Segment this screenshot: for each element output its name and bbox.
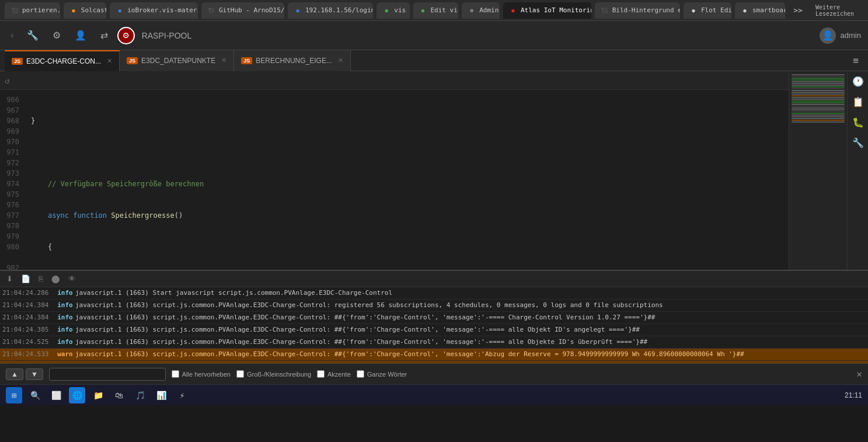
search-input[interactable] xyxy=(49,368,166,381)
line-numbers: 966 967 968 969 970 971 972 973 974 975 … xyxy=(0,90,26,270)
code-content[interactable]: } // Verfügbare Speichergröße berechnen … xyxy=(26,90,789,270)
log-time-2: 21:04:24.384 xyxy=(2,313,55,322)
tab-label-flot: Flot Edit xyxy=(701,6,731,14)
log-row-1: 21:04:24.384 info javascript.1 (1663) sc… xyxy=(0,300,868,312)
browser-tab-flot[interactable]: ● Flot Edit ✕ xyxy=(684,2,731,19)
bug-icon[interactable]: 🐛 xyxy=(852,117,864,128)
checkbox-ganze[interactable] xyxy=(357,370,364,378)
log-level-6: warn xyxy=(55,362,75,363)
taskbar-icons: ⊞ 🔍 ⬜ 🌐 📁 🛍 🎵 📊 ⚡ xyxy=(6,387,190,403)
editor-tab-close-e3dc-charge[interactable]: ✕ xyxy=(107,57,112,65)
tab-favicon-flot: ● xyxy=(689,6,698,15)
search-checkbox-ganze: Ganze Wörter xyxy=(357,370,407,378)
tab-favicon-portieren: ⬛ xyxy=(11,6,19,15)
console-scroll-down-icon[interactable]: ⬇ xyxy=(4,273,16,284)
taskbar-icon-edge[interactable]: 🌐 xyxy=(69,387,85,403)
log-msg-2: javascript.1 (1663) script.js.common.PVA… xyxy=(75,313,866,322)
editor-tabs-bar: JS E3DC-CHARGE-CON... ✕ JS E3DC_DATENPUN… xyxy=(0,50,868,71)
search-bar: ▲ ▼ Alle hervorheben Groß-/Kleinschreibu… xyxy=(0,363,868,384)
browser-tab-atlas[interactable]: ● Atlas IoT Monitoring S... ✕ xyxy=(503,2,591,19)
editor-tab-label-e3dc-daten: E3DC_DATENPUNKTE xyxy=(141,57,215,65)
editor-sidebar: 🕐 📋 🐛 🔧 xyxy=(847,71,868,270)
editor-tab-close-berechnung[interactable]: ✕ xyxy=(338,57,343,64)
console-debug-icon[interactable]: ⬤ xyxy=(48,273,63,284)
editor-tab-e3dc-daten[interactable]: JS E3DC_DATENPUNKTE ✕ xyxy=(120,50,234,71)
tab-favicon-solcast: ● xyxy=(69,6,78,15)
file-icon[interactable]: 📋 xyxy=(852,96,864,107)
console-hide-icon[interactable]: 👁 xyxy=(65,273,79,284)
log-time-4: 21:04:24.525 xyxy=(2,337,55,347)
nav-user-area: 👤 admin xyxy=(820,27,861,44)
nav-wrench-button[interactable]: 🔧 xyxy=(22,26,43,44)
log-time-5: 21:04:24.533 xyxy=(2,350,55,359)
search-arrows: ▲ ▼ xyxy=(6,368,43,380)
taskbar-icon-app1[interactable]: 📊 xyxy=(153,387,169,403)
refresh-icon[interactable]: ↺ xyxy=(5,76,9,85)
search-prev-button[interactable]: ▲ xyxy=(6,368,23,380)
editor-main: ↺ 966 967 968 969 970 971 972 973 974 97… xyxy=(0,71,868,270)
taskbar-icon-windows[interactable]: ⊞ xyxy=(6,387,22,403)
log-level-3: info xyxy=(55,325,75,335)
log-msg-5: javascript.1 (1663) script.js.common.PVA… xyxy=(75,350,866,359)
taskbar-icon-taskview[interactable]: ⬜ xyxy=(48,387,64,403)
log-row-2: 21:04:24.384 info javascript.1 (1663) sc… xyxy=(0,312,868,324)
taskbar-icon-music[interactable]: 🎵 xyxy=(132,387,148,403)
checkbox-alle[interactable] xyxy=(172,370,179,378)
checkbox-gross[interactable] xyxy=(236,370,244,378)
checkbox-akzente[interactable] xyxy=(317,370,325,378)
taskbar: ⊞ 🔍 ⬜ 🌐 📁 🛍 🎵 📊 ⚡ 21:11 xyxy=(0,384,868,405)
tab-label-smart: smartboart xyxy=(752,6,785,14)
taskbar-icon-search[interactable]: 🔍 xyxy=(27,387,43,403)
browser-tab-iobroker[interactable]: ◉ ioBroker.vis-materiald... ✕ xyxy=(110,2,198,19)
browser-tab-editvis[interactable]: ● Edit vis ✕ xyxy=(413,2,459,19)
console-toolbar: ⬇ 📄 ⎘ ⬤ 👁 xyxy=(0,271,868,287)
nav-avatar-icon: 👤 xyxy=(820,27,836,44)
nav-person-button[interactable]: 👤 xyxy=(70,26,91,44)
browser-tab-smart[interactable]: ● smartboart ✕ xyxy=(735,2,785,19)
editor-tab-close-e3dc-daten[interactable]: ✕ xyxy=(221,57,226,64)
browser-tab-vis[interactable]: ● vis ✕ xyxy=(377,2,409,19)
nav-settings-button[interactable]: ⚙ xyxy=(48,26,65,44)
editor-tab-label-berechnung: BERECHNUNG_EIGE... xyxy=(256,57,332,65)
label-ganze: Ganze Wörter xyxy=(367,371,407,378)
search-checkbox-alle: Alle hervorheben xyxy=(172,370,231,378)
editor-tab-berechnung[interactable]: JS BERECHNUNG_EIGE... ✕ xyxy=(234,50,351,71)
taskbar-icon-store[interactable]: 🛍 xyxy=(111,387,127,403)
console-file-icon[interactable]: 📄 xyxy=(18,273,33,284)
browser-tab-portieren[interactable]: ⬛ portieren... ✕ xyxy=(5,2,60,19)
browser-tab-github[interactable]: ⚫ GitHub - ArnoD15/iob... ✕ xyxy=(201,2,284,19)
browser-tab-admin[interactable]: ⚙ Admin ✕ xyxy=(462,2,500,19)
tab-label-192: 192.168.1.56/login.ht... xyxy=(305,6,373,14)
browser-tab-192[interactable]: ◉ 192.168.1.56/login.ht... ✕ xyxy=(288,2,373,19)
taskbar-icon-app2[interactable]: ⚡ xyxy=(174,387,190,403)
log-time-0: 21:04:24.286 xyxy=(2,288,55,298)
search-next-button[interactable]: ▼ xyxy=(26,368,43,380)
editor-tab-e3dc-charge[interactable]: JS E3DC-CHARGE-CON... ✕ xyxy=(5,50,120,71)
log-row-3: 21:04:24.385 info javascript.1 (1663) sc… xyxy=(0,324,868,336)
console-copy-icon[interactable]: ⎘ xyxy=(36,273,46,284)
tab-lang-e3dc-daten: JS xyxy=(127,57,138,64)
wrench-sidebar-icon[interactable]: 🔧 xyxy=(852,137,864,148)
tab-favicon-192: ◉ xyxy=(294,6,302,15)
tab-label-vis: vis xyxy=(394,6,406,14)
log-msg-6: javascript.1 (1663) script.js.common.PVA… xyxy=(75,362,866,363)
minimap[interactable] xyxy=(789,71,847,270)
editor-tabs-menu-icon[interactable]: ≡ xyxy=(848,53,863,68)
browser-tab-bild[interactable]: ⬛ Bild-Hintergrund entf... ✕ xyxy=(595,2,680,19)
clock-icon[interactable]: 🕐 xyxy=(852,76,864,87)
log-row-5: 21:04:24.533 warn javascript.1 (1663) sc… xyxy=(0,349,868,361)
console-log-area: 21:04:24.286 info javascript.1 (1663) St… xyxy=(0,287,868,363)
tab-lang-e3dc-charge: JS xyxy=(12,58,23,65)
nodered-nav: ‹ 🔧 ⚙ 👤 ⇄ ⊙ RASPI-POOL 👤 admin xyxy=(0,21,868,50)
search-close-button[interactable]: ✕ xyxy=(856,368,862,380)
tab-label-atlas: Atlas IoT Monitoring S... xyxy=(521,6,591,14)
taskbar-icon-folder[interactable]: 📁 xyxy=(90,387,106,403)
search-checkbox-gross: Groß-/Kleinschreibung xyxy=(236,370,311,378)
browser-tab-solcast[interactable]: ● Solcast ✕ xyxy=(64,2,106,19)
tab-label-iobroker: ioBroker.vis-materiald... xyxy=(127,6,198,14)
more-tabs-button[interactable]: >> xyxy=(789,6,807,15)
nav-back-icon[interactable]: ‹ xyxy=(7,27,18,43)
log-level-1: info xyxy=(55,301,75,310)
nav-sync-button[interactable]: ⇄ xyxy=(96,26,113,44)
tab-label-github: GitHub - ArnoD15/iob... xyxy=(219,6,284,14)
